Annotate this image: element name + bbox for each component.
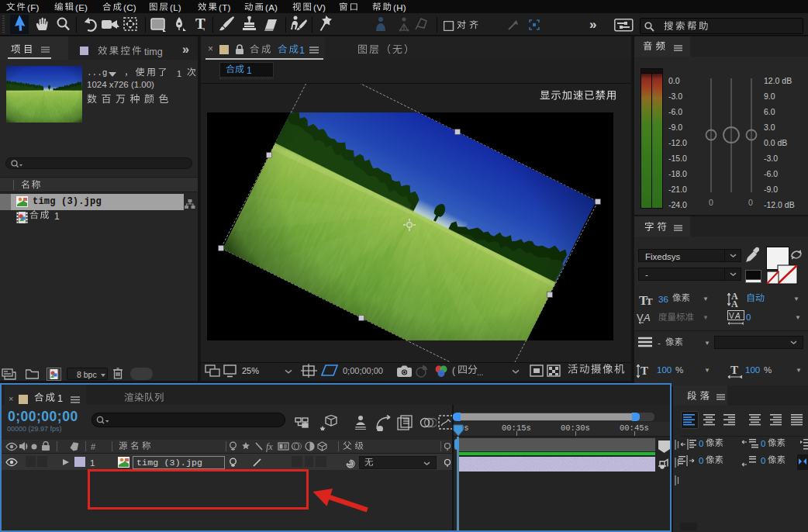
svg-text:T: T	[646, 295, 653, 307]
svg-text:T: T	[641, 364, 648, 377]
svg-text:T: T	[730, 364, 738, 376]
svg-text:A: A	[643, 312, 651, 323]
svg-text:V: V	[729, 312, 734, 320]
svg-text:A: A	[731, 299, 738, 309]
svg-text:A: A	[734, 312, 741, 320]
